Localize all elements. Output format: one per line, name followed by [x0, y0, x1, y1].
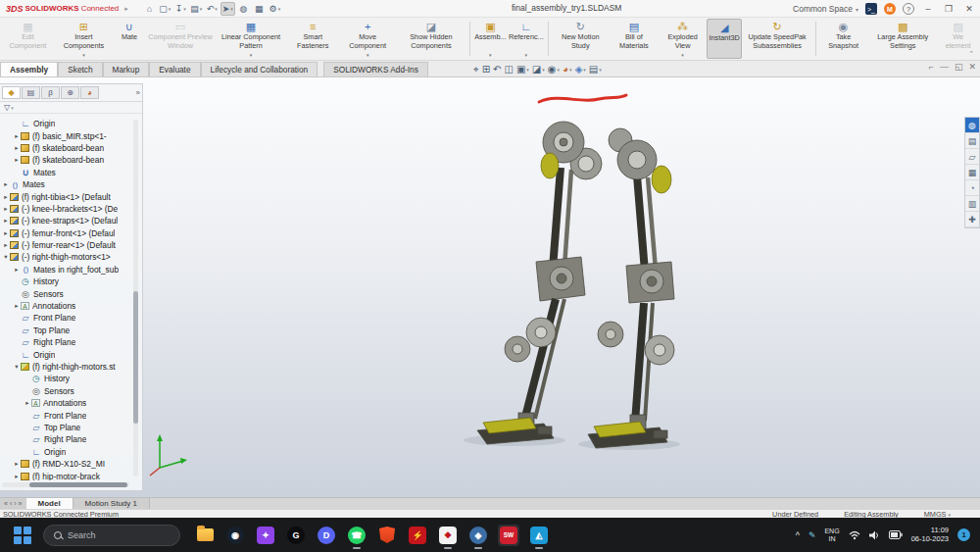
tree-item-history[interactable]: ◷History — [0, 276, 131, 287]
ribbon-smart-fasteners[interactable]: ≡Smart Fasteners — [286, 19, 339, 59]
graphics-viewport[interactable]: ◆▤β⊕◕» ▽ ▾ ∟Origin▸(f) basic_MIR.stp<1-▸… — [0, 77, 980, 497]
expander-closed-icon[interactable]: ▸ — [13, 460, 21, 468]
tree-item-front-plane[interactable]: ▱Front Plane — [0, 409, 131, 421]
expander-closed-icon[interactable]: ▸ — [2, 229, 10, 237]
game-controller-icon[interactable]: ✦ — [255, 525, 276, 546]
window-minimize-button[interactable]: – — [921, 4, 935, 14]
window-close-button[interactable]: ✕ — [962, 4, 976, 14]
amd-adrenalin-icon[interactable]: ⚡ — [407, 525, 428, 546]
doc-tab-model[interactable]: Model — [26, 498, 74, 509]
bill-of-materials-table-icon[interactable]: ▦ — [252, 2, 267, 16]
expander-closed-icon[interactable]: ▸ — [24, 399, 31, 407]
tree-item-knee-l-brackets-1-de[interactable]: ▸(-) knee-l-brackets<1> (De — [0, 203, 131, 215]
home-icon[interactable]: ⌂ — [142, 2, 157, 16]
tree-item-f-hip-motor-brack[interactable]: ▸(f) hip-motor-brack — [0, 470, 131, 480]
steam-icon[interactable]: ◉ — [224, 525, 246, 546]
solidworks-icon[interactable]: SW — [498, 525, 519, 546]
language-indicator[interactable]: ENGIN — [824, 527, 839, 542]
panel-expand-icon[interactable]: » — [136, 88, 140, 97]
sheet-nav-2[interactable]: › — [14, 500, 16, 507]
tree-item-front-plane[interactable]: ▱Front Plane — [0, 312, 131, 324]
featuremanager-tab[interactable]: ◆ — [2, 86, 21, 99]
pin-featuremanager-icon[interactable]: ⌐ — [929, 62, 934, 72]
section-view-icon[interactable]: ◫ — [504, 64, 513, 75]
workspace-selector[interactable]: Common Space ▾ — [793, 4, 858, 14]
tree-item-right-plane[interactable]: ▱Right Plane — [0, 433, 131, 445]
propertymanager-tab[interactable]: ▤ — [22, 86, 40, 99]
red-white-app-icon[interactable]: ❖ — [437, 525, 459, 546]
expander-open-icon[interactable]: ▾ — [13, 363, 21, 371]
expander-closed-icon[interactable]: ▸ — [2, 180, 10, 188]
expander-open-icon[interactable]: ▾ — [2, 253, 10, 261]
ribbon-referenc[interactable]: ∟Referenc...▾ — [508, 19, 545, 59]
tree-item-f-rmd-x10-s2-mi[interactable]: ▸(f) RMD-X10-S2_MI — [0, 458, 131, 470]
tree-item-origin[interactable]: ∟Origin — [0, 446, 131, 458]
tree-vertical-scrollbar[interactable] — [133, 120, 138, 477]
expander-closed-icon[interactable]: ▸ — [13, 266, 21, 274]
appearances-scenes-tab-icon[interactable]: ◔ — [965, 180, 979, 196]
tray-chevron-up-icon[interactable]: ^ — [796, 530, 800, 540]
tree-item-f-skateboard-bean[interactable]: ▸(f) skateboard-bean — [0, 154, 131, 166]
zoom-to-fit-icon[interactable]: ⌖ — [473, 64, 479, 75]
expander-closed-icon[interactable]: ▸ — [2, 241, 10, 249]
sheet-nav-1[interactable]: ‹ — [10, 500, 12, 507]
console-icon[interactable]: >_ — [865, 3, 877, 15]
edit-appearance-icon[interactable]: ◕▾ — [563, 64, 572, 75]
logitech-ghub-icon[interactable]: G — [285, 525, 307, 546]
print-icon[interactable]: ▤▾ — [189, 2, 204, 16]
tree-item-history[interactable]: ◷History — [0, 373, 131, 384]
filter-icon[interactable]: ▽ — [4, 103, 10, 112]
resources-tab-icon[interactable]: ✚ — [965, 212, 979, 227]
tree-item-f-skateboard-bean[interactable]: ▸(f) skateboard-bean — [0, 142, 131, 154]
tree-item-femur-front-1-defaul[interactable]: ▸(-) femur-front<1> (Defaul — [0, 227, 131, 239]
notification-badge[interactable]: 1 — [957, 528, 970, 541]
window-maximize-button[interactable]: ❐ — [942, 4, 956, 14]
tree-item-annotations[interactable]: ▸AAnnotations — [0, 397, 131, 409]
tab-evaluate[interactable]: Evaluate — [149, 62, 200, 76]
battery-icon[interactable] — [889, 530, 903, 539]
whatsapp-icon[interactable]: ☎ — [346, 525, 368, 546]
rebuild-traffic-light-icon[interactable]: ◍ — [236, 2, 251, 16]
tree-item-right-thigh-motors-1[interactable]: ▾(-) right-thigh-motors<1> — [0, 251, 131, 263]
appearances-tab[interactable]: ◕ — [80, 86, 99, 99]
ribbon-large-assembly-settings[interactable]: ▩Large Assembly Settings — [867, 19, 938, 59]
sheet-nav-0[interactable]: « — [4, 500, 8, 507]
volume-icon[interactable] — [869, 530, 880, 540]
expander-closed-icon[interactable]: ▸ — [2, 205, 10, 213]
expander-closed-icon[interactable]: ▸ — [2, 193, 10, 201]
sheet-nav-3[interactable]: » — [19, 500, 23, 507]
ribbon-move-component[interactable]: +Move Component▾ — [339, 19, 396, 59]
ribbon-take-snapshot[interactable]: ◉Take Snapshot — [819, 19, 867, 59]
tree-item-f-right-tibia-1-default[interactable]: ▸(f) right-tibia<1> (Default — [0, 190, 131, 202]
tab-markup[interactable]: Markup — [103, 62, 150, 76]
tab-assembly[interactable]: Assembly — [0, 62, 58, 76]
ribbon-mate[interactable]: ∪Mate — [114, 19, 145, 59]
start-button[interactable] — [12, 525, 33, 546]
new-document-icon[interactable]: ▢▾ — [158, 2, 172, 16]
tree-item-right-plane[interactable]: ▱Right Plane — [0, 336, 131, 348]
dimxpert-tab[interactable]: ⊕ — [61, 86, 79, 99]
expander-closed-icon[interactable]: ▸ — [13, 302, 21, 310]
doc-tab-motion-study-1[interactable]: Motion Study 1 — [74, 498, 150, 509]
tree-item-mates-in-right-foot-sub[interactable]: ▸( )Mates in right_foot_sub — [0, 264, 131, 276]
options-icon[interactable]: ⚙▾ — [268, 2, 282, 16]
doc-minimize-icon[interactable]: — — [940, 62, 949, 72]
tree-item-mates[interactable]: ∪Mates — [0, 167, 131, 178]
photos-icon[interactable]: ◭ — [528, 525, 550, 546]
configurationmanager-tab[interactable]: β — [41, 86, 60, 99]
save-icon[interactable]: ↧▾ — [173, 2, 188, 16]
blue-app-icon[interactable]: ◈ — [467, 525, 489, 546]
assembly-model-3d-view[interactable] — [142, 77, 965, 497]
tree-item-mates[interactable]: ▸( )Mates — [0, 178, 131, 190]
tree-item-f-right-thigh-motors-st[interactable]: ▾(f) right-thigh-motors.st — [0, 361, 131, 373]
apply-scene-icon[interactable]: ◈▾ — [575, 64, 586, 75]
doc-close-icon[interactable]: ✕ — [968, 62, 976, 72]
user-avatar[interactable]: M — [884, 3, 896, 15]
ribbon-bill-of-materials[interactable]: ▤Bill of Materials — [610, 19, 659, 59]
previous-view-icon[interactable]: ↶ — [493, 64, 501, 75]
ribbon-update-speedpak-subassemblies[interactable]: ↻Update SpeedPak Subassemblies — [742, 19, 812, 59]
tree-item-sensors[interactable]: ◎Sensors — [0, 385, 131, 397]
expander-closed-icon[interactable]: ▸ — [13, 473, 21, 480]
pen-icon[interactable]: ✎ — [808, 530, 816, 540]
select-pointer-icon[interactable]: ➤▾ — [220, 2, 235, 16]
